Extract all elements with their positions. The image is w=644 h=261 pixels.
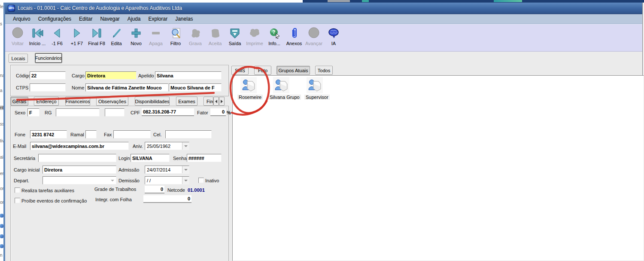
- proibe-checkbox[interactable]: [15, 198, 20, 203]
- window-title: Locais - 01.0001 - Caic Centro de Audiol…: [18, 5, 182, 11]
- next-record-icon: [70, 27, 83, 40]
- ramal-field[interactable]: [85, 130, 97, 138]
- codigo-field[interactable]: 22: [30, 71, 66, 80]
- group-item-label[interactable]: Supervisor: [304, 95, 330, 100]
- toolbar-aceita-button: Aceita: [205, 26, 225, 51]
- subtab-disponibilidades[interactable]: Disponibilidades: [135, 97, 170, 106]
- tab-grupos-atuais[interactable]: Grupos Atuais: [276, 66, 310, 75]
- subtab-exames[interactable]: Exames: [176, 97, 197, 106]
- depart-dropdown-button[interactable]: [109, 177, 116, 184]
- menu-ajuda[interactable]: Ajuda: [124, 15, 144, 23]
- toolbar-inicio-button[interactable]: Início ...: [27, 26, 47, 51]
- email-field[interactable]: silvana@widexcampinas.com.br: [30, 142, 129, 150]
- subtab-scroll-left-button[interactable]: [213, 97, 219, 106]
- toolbar-prev-button[interactable]: -1 F6: [47, 26, 67, 51]
- subtab-fire[interactable]: Fire: [204, 97, 213, 106]
- pencil-icon: [110, 27, 123, 40]
- first-record-icon: [31, 27, 44, 40]
- fone-field[interactable]: 3231 8742: [30, 130, 67, 138]
- subtab-endereco[interactable]: Endereço: [34, 97, 59, 106]
- toolbar-label: +1 F7: [71, 41, 83, 46]
- minus-icon: [149, 27, 162, 40]
- groups-list-panel[interactable]: [232, 75, 644, 261]
- menu-editar[interactable]: Editar: [76, 15, 96, 23]
- toolbar-label: Novo: [131, 41, 142, 46]
- menu-navegar[interactable]: Navegar: [97, 15, 123, 23]
- subtab-gerais[interactable]: Gerais: [10, 97, 28, 106]
- toolbar-label: Início ...: [29, 41, 46, 46]
- proibe-label: Proíbe eventos de confirmação: [21, 198, 87, 203]
- integr-field[interactable]: 0: [143, 195, 191, 203]
- subtab-observacoes[interactable]: Observações: [96, 97, 128, 106]
- chevron-down-icon: [184, 180, 188, 181]
- admissao-datepicker[interactable]: 24/07/2014: [145, 166, 189, 174]
- rg2-field[interactable]: [105, 108, 125, 117]
- desktop-text-fragment: s: [0, 21, 2, 26]
- nome-label: Nome: [72, 85, 84, 90]
- secretaria-label: Secretária: [14, 156, 35, 161]
- toolbar-novo-button[interactable]: Novo: [126, 26, 146, 51]
- toolbar-label: IA: [331, 41, 336, 46]
- nome2-field[interactable]: Mouco Silvana de F: [169, 83, 222, 92]
- cargo-field[interactable]: Diretora: [85, 71, 137, 80]
- exit-screen-icon: [228, 27, 241, 40]
- toolbar-avancar-button: Avançar: [304, 26, 324, 51]
- tab-sms[interactable]: SMS: [231, 66, 249, 75]
- tab-funcionarios[interactable]: Funcionários: [35, 53, 62, 63]
- realiza-checkbox[interactable]: [15, 187, 20, 193]
- rg-field[interactable]: [56, 108, 100, 117]
- ctps-field[interactable]: [30, 83, 66, 92]
- admissao-dropdown-button[interactable]: [182, 166, 189, 173]
- netcode-value: 01.0001: [188, 187, 205, 193]
- menu-arquivo[interactable]: Arquivo: [9, 15, 34, 23]
- grade-label: Grade de Trabalhos: [94, 187, 136, 192]
- arrow-left-icon: [215, 100, 217, 103]
- secretaria-field[interactable]: [38, 154, 116, 162]
- menu-configuracoes[interactable]: Configurações: [35, 15, 75, 23]
- tab-foto[interactable]: Foto: [254, 66, 271, 75]
- aniv-dropdown-button[interactable]: [182, 142, 189, 150]
- group-item-supervisor[interactable]: [307, 77, 323, 93]
- inativo-checkbox[interactable]: [198, 178, 204, 183]
- fator-field[interactable]: 0: [210, 108, 226, 116]
- aniv-datepicker[interactable]: 25/05/1962: [145, 142, 189, 150]
- toolbar-next-button[interactable]: +1 F7: [67, 26, 87, 51]
- group-item-label[interactable]: Rosemeire: [237, 95, 263, 100]
- subtab-scroll-right-button[interactable]: [219, 97, 225, 106]
- menu-explorar[interactable]: Explorar: [145, 15, 171, 23]
- toolbar-saida-button[interactable]: Saída: [225, 26, 245, 51]
- apelido-field[interactable]: Silvana: [155, 71, 222, 80]
- toolbar-info-button[interactable]: ? Info...: [264, 26, 284, 51]
- depart-combobox[interactable]: [43, 176, 116, 184]
- login-field[interactable]: SILVANA: [131, 154, 170, 162]
- desktop-text-fragment: n: [0, 253, 3, 258]
- grade-field[interactable]: 0: [145, 186, 164, 193]
- group-item-silvana-grupo[interactable]: [273, 77, 289, 93]
- subtab-financeiros[interactable]: Financeiros: [65, 97, 90, 106]
- sexo-field[interactable]: F: [27, 108, 39, 117]
- toolbar-filtro-button[interactable]: Filtro: [166, 26, 185, 51]
- group-item-label[interactable]: Silvana Grupo: [268, 95, 301, 100]
- tab-locais[interactable]: Locais: [9, 54, 28, 63]
- demissao-dropdown-button[interactable]: [182, 177, 189, 184]
- cpf-label: CPF: [131, 110, 140, 115]
- toolbar-anexos-button[interactable]: Anexos: [284, 26, 304, 51]
- demissao-datepicker[interactable]: / /: [145, 176, 189, 184]
- group-item-rosemeire[interactable]: [240, 77, 257, 93]
- toolbar-edita-button[interactable]: Edita: [106, 26, 126, 51]
- cargo-inicial-field[interactable]: Diretora: [43, 166, 116, 174]
- tab-todos[interactable]: Todos: [315, 66, 333, 75]
- title-bar[interactable]: MPS Locais - 01.0001 - Caic Centro de Au…: [5, 3, 642, 14]
- desktop-mini-icon: [0, 214, 3, 218]
- fax-field[interactable]: [113, 130, 151, 138]
- nome-field[interactable]: Silvana de Fátima Zanette Mouco: [85, 83, 168, 92]
- cpf-field[interactable]: 082.316.208-77: [142, 108, 194, 116]
- toolbar-label: Info...: [268, 41, 280, 46]
- cel-field[interactable]: [165, 130, 212, 138]
- rg-label: RG: [45, 110, 52, 115]
- toolbar-final-button[interactable]: Final F8: [87, 26, 106, 51]
- employee-header-groupbox: [10, 65, 229, 96]
- senha-field[interactable]: ######: [187, 154, 222, 162]
- menu-janelas[interactable]: Janelas: [172, 15, 196, 23]
- toolbar-ia-button[interactable]: IA: [324, 26, 343, 51]
